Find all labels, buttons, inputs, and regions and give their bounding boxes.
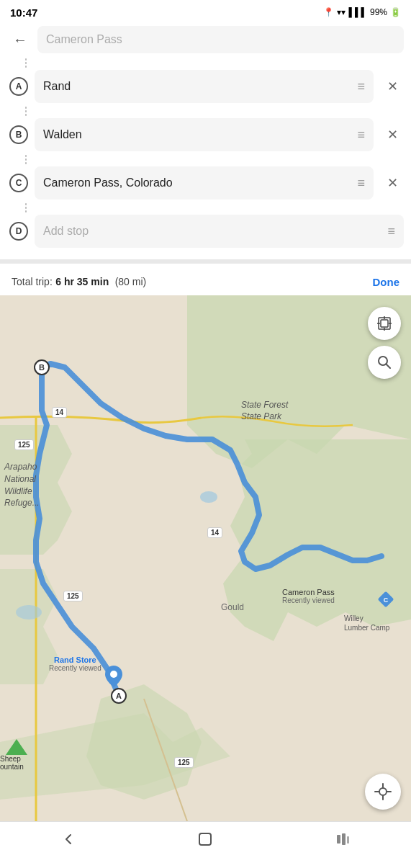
svg-point-10 (110, 671, 117, 678)
svg-point-7 (200, 491, 217, 503)
done-button[interactable]: Done (373, 276, 400, 288)
route-row-b: B Walden ≡ ✕ (7, 118, 404, 151)
battery-icon: 🔋 (390, 7, 401, 17)
svg-line-20 (387, 364, 391, 369)
waypoint-circle-c: C (9, 174, 28, 192)
map-location-button[interactable] (365, 774, 401, 810)
svg-rect-29 (342, 833, 345, 845)
section-divider (0, 259, 411, 264)
wifi-icon: ▾▾ (337, 7, 345, 17)
drag-handle-b[interactable]: ≡ (357, 127, 365, 143)
cameron-pass-pin: C (377, 591, 394, 611)
rand-store-pin (105, 666, 122, 690)
back-arrow-icon: ← (13, 32, 27, 48)
svg-point-21 (379, 788, 387, 795)
clear-c-button[interactable]: ✕ (381, 171, 404, 194)
signal-icon: ▌▌▌ (348, 7, 367, 17)
svg-text:C: C (384, 596, 389, 604)
drag-handle-d[interactable]: ≡ (387, 224, 395, 239)
drag-handle-c[interactable]: ≡ (357, 176, 365, 191)
route-input-a-text: Rand (43, 80, 351, 93)
battery-text: 99% (370, 7, 387, 17)
drag-handle-a[interactable]: ≡ (357, 79, 365, 94)
back-button[interactable]: ← (7, 27, 33, 53)
route-input-d-placeholder: Add stop (43, 225, 381, 238)
waypoint-circle-d: D (9, 222, 28, 241)
svg-marker-2 (223, 439, 411, 641)
svg-marker-26 (6, 739, 27, 755)
map-layers-button[interactable] (368, 307, 401, 340)
location-icon: 📍 (323, 7, 334, 17)
svg-rect-27 (199, 833, 211, 845)
route-input-c[interactable]: Cameron Pass, Colorado ≡ (35, 166, 374, 200)
cameron-pass-poi: Cameron Pass Recently viewed (282, 588, 335, 604)
search-placeholder: Cameron Pass (46, 33, 122, 45)
map-container: 14 125 14 125 125 State ForestState Park… (0, 295, 411, 821)
route-row-c: C Cameron Pass, Colorado ≡ ✕ (7, 166, 404, 200)
rand-store-poi: Rand Store Recently viewed (49, 656, 101, 672)
route-inputs: A Rand ≡ ✕ B Walden ≡ ✕ (0, 58, 411, 255)
clear-a-button[interactable]: ✕ (381, 75, 404, 98)
route-input-b-text: Walden (43, 128, 351, 141)
clear-b-button[interactable]: ✕ (381, 123, 404, 146)
trip-label: Total trip: (12, 276, 53, 287)
map-svg (0, 295, 411, 821)
svg-rect-30 (347, 836, 349, 844)
route-row-a: A Rand ≡ ✕ (7, 70, 404, 103)
route-input-d[interactable]: Add stop ≡ (35, 215, 404, 248)
nav-header: ← Cameron Pass (0, 23, 411, 58)
nav-home-button[interactable] (184, 825, 227, 854)
route-input-a[interactable]: Rand ≡ (35, 70, 374, 103)
trip-distance: (80 mi) (115, 276, 147, 287)
bottom-nav-bar (0, 821, 411, 856)
waypoint-marker-b: B (34, 359, 50, 375)
route-input-c-text: Cameron Pass, Colorado (43, 176, 351, 189)
svg-rect-14 (381, 320, 388, 327)
route-row-d: D Add stop ≡ (7, 215, 404, 248)
waypoint-circle-a: A (9, 77, 28, 96)
nav-back-button[interactable] (47, 825, 90, 854)
trip-info: Total trip: 6 hr 35 min (80 mi) (12, 275, 146, 288)
route-input-b[interactable]: Walden ≡ (35, 118, 374, 151)
status-bar: 10:47 📍 ▾▾ ▌▌▌ 99% 🔋 (0, 0, 411, 23)
trip-summary: Total trip: 6 hr 35 min (80 mi) Done (0, 268, 411, 295)
svg-point-8 (16, 605, 42, 619)
waypoint-marker-a: A (111, 688, 127, 704)
status-time: 10:47 (10, 6, 37, 19)
status-icons: 📍 ▾▾ ▌▌▌ 99% 🔋 (323, 7, 401, 17)
sheep-mountain-label: Sheepountain (0, 755, 24, 771)
trip-duration: 6 hr 35 min (55, 276, 109, 287)
waypoint-circle-b: B (9, 125, 28, 144)
map-search-button[interactable] (368, 346, 401, 379)
svg-rect-28 (337, 835, 340, 844)
nav-recents-button[interactable] (321, 825, 364, 854)
